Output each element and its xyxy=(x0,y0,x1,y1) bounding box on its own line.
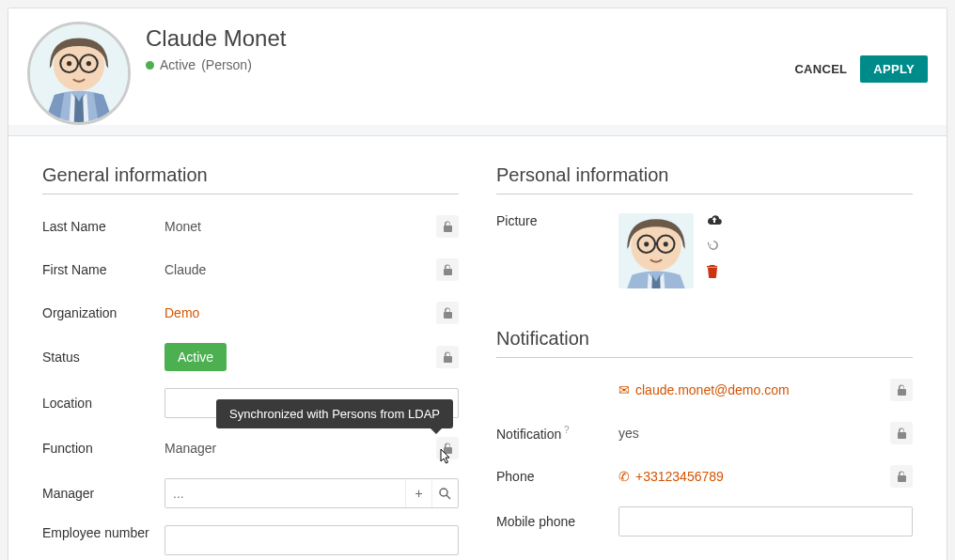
input-mobile[interactable] xyxy=(618,506,913,537)
label-employee-number: Employee number xyxy=(42,525,164,540)
input-employee-number[interactable] xyxy=(164,525,459,555)
delete-icon[interactable] xyxy=(707,265,722,278)
picture-thumbnail xyxy=(618,213,694,288)
value-organization[interactable]: Demo xyxy=(164,305,429,320)
label-picture: Picture xyxy=(496,213,618,228)
help-icon[interactable]: ? xyxy=(561,425,569,435)
undo-icon[interactable] xyxy=(707,239,722,252)
label-status: Status xyxy=(42,350,164,365)
field-status: Status Active xyxy=(42,343,459,371)
field-employee-number: Employee number xyxy=(42,525,459,555)
field-phone: Phone ✆+33123456789 xyxy=(496,463,913,490)
divider xyxy=(496,194,913,194)
add-icon[interactable]: + xyxy=(405,479,431,507)
field-first-name: First Name Claude xyxy=(42,257,459,283)
type-text: (Person) xyxy=(201,57,252,72)
header: Claude Monet Active (Person) CANCEL APPL… xyxy=(8,8,947,125)
field-notification: Notification ? yes xyxy=(496,420,913,446)
label-organization: Organization xyxy=(42,305,164,320)
lock-icon[interactable] xyxy=(890,422,913,444)
lock-icon[interactable] xyxy=(436,302,459,324)
status-text: Active xyxy=(160,57,196,72)
cancel-button[interactable]: CANCEL xyxy=(794,62,847,76)
phone-icon: ✆ xyxy=(618,469,630,484)
lock-icon[interactable] xyxy=(436,437,459,459)
col-general: General information Last Name Monet Firs… xyxy=(42,164,459,560)
label-last-name: Last Name xyxy=(42,219,164,234)
divider xyxy=(496,357,913,358)
value-email[interactable]: ✉claude.monet@demo.com xyxy=(618,382,883,397)
svg-point-14 xyxy=(644,241,649,246)
field-last-name: Last Name Monet xyxy=(42,213,459,240)
page-title: Claude Monet xyxy=(146,25,928,52)
field-picture: Picture xyxy=(496,213,913,288)
picture-actions xyxy=(707,213,722,278)
header-actions: CANCEL APPLY xyxy=(794,55,928,83)
section-title-personal: Personal information xyxy=(496,164,913,186)
field-mobile: Mobile phone xyxy=(496,506,913,537)
content: General information Last Name Monet Firs… xyxy=(8,136,947,560)
lock-icon[interactable] xyxy=(890,379,913,401)
field-manager: Manager + xyxy=(42,478,459,508)
input-manager[interactable] xyxy=(165,479,405,507)
value-status: Active xyxy=(164,343,429,371)
manager-input-group: + xyxy=(164,478,459,508)
avatar-image xyxy=(30,24,128,122)
value-last-name: Monet xyxy=(164,219,429,234)
label-function: Function xyxy=(42,441,164,456)
value-notification: yes xyxy=(618,426,883,441)
mail-icon: ✉ xyxy=(618,382,630,397)
lock-icon[interactable] xyxy=(436,215,459,238)
label-first-name: First Name xyxy=(42,262,164,277)
picture-image xyxy=(618,213,694,288)
lock-icon[interactable] xyxy=(890,465,913,488)
sync-tooltip: Synchronized with Persons from LDAP xyxy=(216,399,453,428)
field-function: Function Manager Synchronized with Perso… xyxy=(42,435,459,461)
lock-icon[interactable] xyxy=(436,258,459,281)
phone-text: +33123456789 xyxy=(635,469,724,484)
section-title-notification: Notification xyxy=(496,328,913,350)
label-location: Location xyxy=(42,396,164,411)
svg-point-15 xyxy=(664,241,668,246)
status-badge: Active xyxy=(164,343,227,371)
status-dot-icon xyxy=(146,61,154,70)
value-first-name: Claude xyxy=(164,262,429,277)
svg-point-5 xyxy=(67,61,71,66)
search-icon[interactable] xyxy=(431,479,458,507)
label-mobile: Mobile phone xyxy=(496,514,618,529)
label-phone: Phone xyxy=(496,469,618,484)
label-notification: Notification ? xyxy=(496,425,618,442)
person-edit-card: Claude Monet Active (Person) CANCEL APPL… xyxy=(8,8,947,560)
value-function: Manager xyxy=(164,441,429,456)
col-personal: Personal information Picture xyxy=(496,164,913,560)
field-organization: Organization Demo xyxy=(42,300,459,326)
svg-line-8 xyxy=(446,495,450,499)
field-email: ✉claude.monet@demo.com xyxy=(496,377,913,403)
apply-button[interactable]: APPLY xyxy=(860,55,928,83)
label-manager: Manager xyxy=(42,486,164,501)
avatar xyxy=(27,22,131,125)
divider xyxy=(42,194,459,194)
svg-point-7 xyxy=(440,489,447,496)
email-text: claude.monet@demo.com xyxy=(635,382,790,397)
value-phone[interactable]: ✆+33123456789 xyxy=(618,469,883,484)
section-title-general: General information xyxy=(42,164,459,186)
svg-point-6 xyxy=(86,61,91,66)
upload-icon[interactable] xyxy=(707,213,722,226)
lock-icon[interactable] xyxy=(436,346,459,368)
